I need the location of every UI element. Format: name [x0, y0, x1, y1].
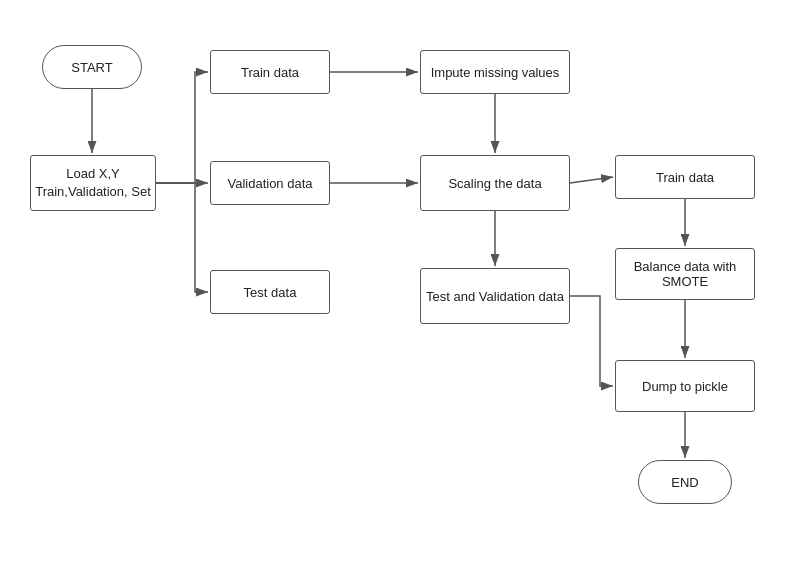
flowchart-diagram: START Load X,Y Train,Validation, Set Tra… [0, 0, 811, 561]
end-node: END [638, 460, 732, 504]
svg-line-7 [570, 177, 613, 183]
train-data2-node: Train data [615, 155, 755, 199]
train-data-node: Train data [210, 50, 330, 94]
validation-data-node: Validation data [210, 161, 330, 205]
impute-node: Impute missing values [420, 50, 570, 94]
balance-node: Balance data with SMOTE [615, 248, 755, 300]
dump-node: Dump to pickle [615, 360, 755, 412]
test-validation-node: Test and Validation data [420, 268, 570, 324]
load-node: Load X,Y Train,Validation, Set [30, 155, 156, 211]
start-node: START [42, 45, 142, 89]
test-data-node: Test data [210, 270, 330, 314]
scaling-node: Scaling the data [420, 155, 570, 211]
